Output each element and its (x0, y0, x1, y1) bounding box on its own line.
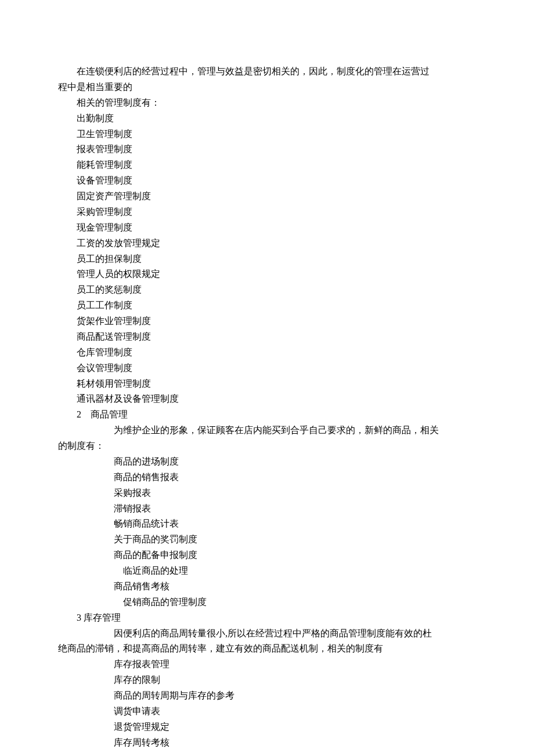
intro-subhead: 相关的管理制度有： (77, 95, 476, 111)
list-item: 通讯器材及设备管理制度 (77, 391, 476, 407)
list-item: 商品的周转周期与库存的参考 (114, 688, 476, 704)
list-item: 员工的奖惩制度 (77, 282, 476, 298)
list-item: 仓库管理制度 (77, 345, 476, 361)
list-item: 固定资产管理制度 (77, 189, 476, 204)
list-item: 能耗管理制度 (77, 157, 476, 173)
list-item: 采购管理制度 (77, 204, 476, 220)
list-item: 出勤制度 (77, 111, 476, 127)
list-item: 员工的担保制度 (77, 251, 476, 267)
list-item: 采购报表 (114, 485, 476, 501)
list-item: 管理人员的权限规定 (77, 267, 476, 282)
list-item: 现金管理制度 (77, 220, 476, 236)
list-item: 货架作业管理制度 (77, 314, 476, 329)
list-item: 库存的限制 (114, 672, 476, 688)
list-item: 商品的进场制度 (114, 454, 476, 470)
list-item: 库存报表管理 (114, 657, 476, 672)
list-item: 关于商品的奖罚制度 (114, 532, 476, 548)
list-item: 商品配送管理制度 (77, 329, 476, 345)
list-item: 畅销商品统计表 (114, 516, 476, 532)
section2-heading: 2 商品管理 (77, 407, 476, 423)
intro-paragraph-line2: 程中是相当重要的 (58, 80, 476, 95)
list-item: 耗材领用管理制度 (77, 376, 476, 392)
list-item: 商品的销售报表 (114, 470, 476, 485)
list-item: 会议管理制度 (77, 361, 476, 376)
list-item: 设备管理制度 (77, 173, 476, 189)
list-item: 商品的配备申报制度 (114, 548, 476, 563)
section3-intro-line1: 因便利店的商品周转量很小,所以在经营过程中严格的商品管理制度能有效的杜 (114, 626, 476, 642)
intro-paragraph-line1: 在连锁便利店的经营过程中，管理与效益是密切相关的，因此，制度化的管理在运营过 (58, 64, 476, 80)
section3-intro-line2: 绝商品的滞销，和提高商品的周转率，建立有效的商品配送机制，相关的制度有 (58, 641, 476, 657)
list-item: 卫生管理制度 (77, 127, 476, 142)
list-item: 临近商品的处理 (123, 563, 476, 579)
section3-heading: 3 库存管理 (77, 610, 476, 626)
list-item: 调货申请表 (114, 704, 476, 719)
list-item: 报表管理制度 (77, 142, 476, 157)
list-item: 库存周转考核 (114, 735, 476, 751)
list-item: 退货管理规定 (114, 719, 476, 735)
section2-intro-line2: 的制度有： (58, 438, 476, 454)
section2-intro-line1: 为维护企业的形象，保证顾客在店内能买到合乎自己要求的，新鲜的商品，相关 (114, 423, 476, 438)
list-item: 工资的发放管理规定 (77, 236, 476, 251)
list-item: 员工工作制度 (77, 298, 476, 314)
list-item: 滞销报表 (114, 501, 476, 517)
list-item: 商品销售考核 (114, 579, 476, 595)
list-item: 促销商品的管理制度 (123, 595, 476, 610)
